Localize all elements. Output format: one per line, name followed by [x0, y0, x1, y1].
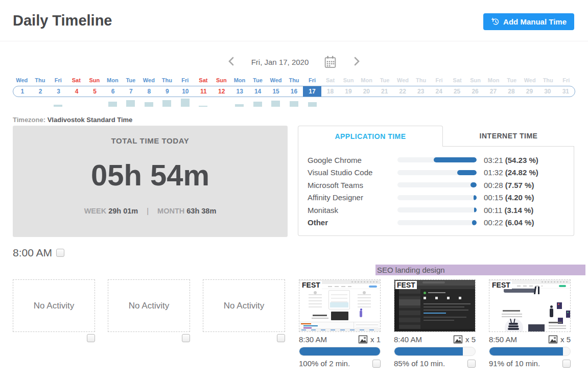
- calendar-day-23[interactable]: 23: [412, 86, 430, 97]
- daily-timeline-page: Daily Timeline Add Manual Time Fri, Jan …: [0, 0, 588, 380]
- thumb-art: [309, 294, 322, 307]
- calendar-day-3[interactable]: 3: [50, 86, 67, 97]
- thumb-art: [331, 312, 348, 320]
- calendar-dow-label: Mon: [484, 77, 503, 84]
- thumb-art: [504, 289, 535, 293]
- calendar-day-24[interactable]: 24: [430, 86, 448, 97]
- calendar-activity-bar: [145, 102, 153, 107]
- thumb-art: [428, 292, 445, 293]
- app-usage-row: Monitask 00:11 (3.14 %): [308, 204, 565, 217]
- calendar-day-17[interactable]: 17: [303, 86, 321, 97]
- calendar-day-30[interactable]: 30: [538, 86, 556, 97]
- screenshot-count[interactable]: x 1: [358, 335, 381, 344]
- image-icon: [358, 335, 368, 344]
- thumb-art: [424, 292, 426, 294]
- calendar-activity-cell: [67, 98, 86, 107]
- calendar-day-22[interactable]: 22: [394, 86, 412, 97]
- thumb-art: [567, 312, 569, 313]
- calendar-day-10[interactable]: 10: [176, 86, 194, 97]
- calendar-day-11[interactable]: 11: [195, 86, 213, 97]
- previous-day-button[interactable]: [227, 56, 236, 68]
- calendar-day-31[interactable]: 31: [557, 86, 575, 97]
- tab-internet-time[interactable]: INTERNET TIME: [443, 126, 574, 147]
- screenshot-thumbnail[interactable]: FEST: [394, 279, 476, 332]
- header: Daily Timeline Add Manual Time: [0, 0, 588, 41]
- calendar-day-1[interactable]: 1: [13, 86, 31, 97]
- app-usage-bar: [397, 157, 477, 162]
- month-label: MONTH: [157, 207, 184, 215]
- timezone-line: Timezone: Vladivostok Standard Time: [13, 116, 132, 124]
- task-label-bar: SEO landing design: [375, 265, 585, 275]
- screenshot-count[interactable]: x 5: [548, 335, 571, 344]
- screenshot-checkbox-3[interactable]: [562, 360, 571, 368]
- calendar-day-20[interactable]: 20: [358, 86, 375, 97]
- screenshot-thumbnail[interactable]: FEST: [299, 279, 381, 332]
- calendar-day-28[interactable]: 28: [502, 86, 520, 97]
- calendar-day-13[interactable]: 13: [230, 86, 248, 97]
- thumb-art: [360, 311, 362, 317]
- activity-percent-label: 100% of 2 min.: [299, 359, 350, 368]
- screenshot-thumbnail[interactable]: FEST: [489, 279, 571, 332]
- thumb-art: [508, 328, 519, 330]
- add-manual-time-button[interactable]: Add Manual Time: [483, 13, 574, 30]
- calendar-day-12[interactable]: 12: [213, 86, 230, 97]
- calendar-day-19[interactable]: 19: [339, 86, 357, 97]
- calendar-dow-label: Thu: [285, 77, 303, 84]
- calendar-day-6[interactable]: 6: [104, 86, 122, 97]
- app-name: Visual Studio Code: [308, 168, 397, 177]
- calendar-day-25[interactable]: 25: [448, 86, 466, 97]
- slot-checkbox-3[interactable]: [277, 334, 285, 342]
- screenshot-count[interactable]: x 5: [453, 335, 476, 344]
- calendar-day-21[interactable]: 21: [375, 86, 393, 97]
- month-value: 63h 38m: [186, 207, 216, 215]
- week-label: WEEK: [84, 207, 107, 215]
- app-usage-bar-fill: [474, 195, 477, 200]
- screenshot-checkbox-2[interactable]: [467, 360, 476, 368]
- calendar-day-4[interactable]: 4: [67, 86, 85, 97]
- calendar-day-26[interactable]: 26: [466, 86, 484, 97]
- calendar-activity-cell: [448, 98, 466, 107]
- tab-application-time[interactable]: APPLICATION TIME: [298, 126, 443, 147]
- calendar-activity-bar: [235, 104, 244, 107]
- thumb-art: [559, 285, 566, 287]
- calendar-day-5[interactable]: 5: [86, 86, 104, 97]
- app-usage-bar: [397, 220, 477, 225]
- app-usage-bar-fill: [471, 182, 477, 187]
- thumb-art: [542, 281, 568, 282]
- calendar-day-27[interactable]: 27: [484, 86, 502, 97]
- calendar-icon[interactable]: [324, 55, 337, 69]
- slot-checkbox-2[interactable]: [182, 334, 190, 342]
- calendar-day-29[interactable]: 29: [521, 86, 538, 97]
- calendar-activity-cell: [13, 98, 31, 107]
- calendar-day-18[interactable]: 18: [321, 86, 339, 97]
- calendar-day-7[interactable]: 7: [122, 86, 140, 97]
- hour-checkbox[interactable]: [56, 249, 64, 257]
- app-usage-bar: [397, 195, 477, 200]
- calendar-day-2[interactable]: 2: [31, 86, 49, 97]
- app-usage-bar-fill: [434, 157, 477, 162]
- screenshot-time: 8:40 AM: [394, 335, 422, 344]
- screenshot-checkbox-1[interactable]: [372, 360, 381, 368]
- next-day-button[interactable]: [352, 56, 361, 68]
- week-month-summary: WEEK 29h 01m | MONTH 63h 38m: [13, 207, 288, 215]
- calendar-day-16[interactable]: 16: [285, 86, 303, 97]
- calendar-activity-cell: [358, 98, 376, 107]
- slot-checkbox-1[interactable]: [87, 334, 95, 342]
- calendar-day-8[interactable]: 8: [140, 86, 158, 97]
- calendar-activity-cell: [466, 98, 485, 107]
- calendar-dow-label: Mon: [104, 77, 122, 84]
- summary-separator: |: [147, 207, 149, 215]
- app-usage-row: Google Chrome 03:21 (54.23 %): [308, 154, 565, 167]
- calendar-day-9[interactable]: 9: [158, 86, 176, 97]
- calendar-dow-label: Sat: [321, 77, 340, 84]
- calendar-day-15[interactable]: 15: [267, 86, 285, 97]
- calendar-dow-label: Wed: [521, 77, 539, 84]
- thumb-art: [301, 329, 378, 330]
- app-usage-row: Microsoft Teams 00:28 (7.57 %): [308, 179, 565, 192]
- thumb-art: [509, 323, 518, 325]
- calendar-activity-cell: [412, 98, 430, 107]
- calendar-day-14[interactable]: 14: [249, 86, 267, 97]
- calendar-dow-label: Wed: [140, 77, 158, 84]
- app-usage-value: 00:22 (6.04 %): [484, 218, 534, 227]
- calendar-activity-histogram: [13, 98, 575, 107]
